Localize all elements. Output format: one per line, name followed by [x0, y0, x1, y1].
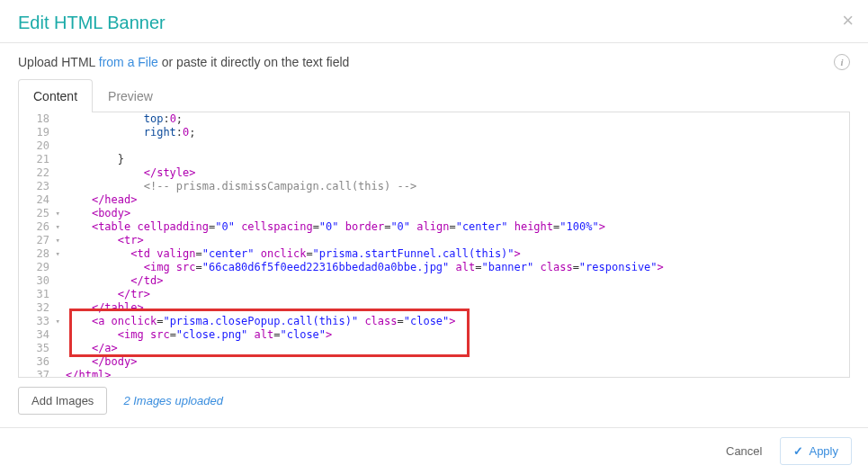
upload-prefix: Upload HTML — [18, 55, 99, 69]
code-content: </a> — [62, 342, 849, 355]
code-line[interactable]: 18 top:0; — [19, 112, 849, 126]
code-line[interactable]: 27 <tr> — [19, 234, 849, 247]
gutter-line-number: 34 — [19, 328, 62, 342]
code-content: </td> — [62, 274, 849, 288]
tabs: Content Preview — [18, 79, 850, 112]
code-content: top:0; — [62, 112, 849, 126]
code-line[interactable]: 29 <img src="66ca80d6f5f0eed22316bbedad0… — [19, 261, 849, 274]
apply-label: Apply — [809, 444, 838, 458]
code-line[interactable]: 34 <img src="close.png" alt="close"> — [19, 328, 849, 342]
code-line[interactable]: 22 </style> — [19, 166, 849, 180]
tab-preview[interactable]: Preview — [93, 79, 168, 112]
code-content: <a onclick="prisma.closePopup.call(this)… — [62, 315, 849, 328]
gutter-line-number: 18 — [19, 112, 62, 126]
code-line[interactable]: 31 </tr> — [19, 288, 849, 301]
code-content: </body> — [62, 355, 849, 369]
add-images-button[interactable]: Add Images — [18, 387, 107, 415]
code-content: right:0; — [62, 126, 849, 139]
images-uploaded-text: 2 Images uploaded — [123, 394, 223, 407]
gutter-line-number: 23 — [19, 180, 62, 193]
gutter-line-number: 24 — [19, 193, 62, 207]
gutter-line-number: 28 — [19, 247, 62, 261]
close-icon[interactable]: × — [842, 11, 854, 31]
modal-header: Edit HTML Banner × — [0, 0, 868, 43]
code-content: </tr> — [62, 288, 849, 301]
cancel-button[interactable]: Cancel — [717, 437, 771, 465]
code-line[interactable]: 32 </table> — [19, 301, 849, 315]
edit-banner-modal: Edit HTML Banner × Upload HTML from a Fi… — [0, 0, 868, 474]
gutter-line-number: 31 — [19, 288, 62, 301]
code-line[interactable]: 28 <td valign="center" onclick="prisma.s… — [19, 247, 849, 261]
modal-title: Edit HTML Banner — [18, 13, 850, 33]
check-icon: ✓ — [793, 444, 803, 458]
code-content: <table cellpadding="0" cellspacing="0" b… — [62, 220, 849, 234]
code-line[interactable]: 24 </head> — [19, 193, 849, 207]
code-line[interactable]: 33 <a onclick="prisma.closePopup.call(th… — [19, 315, 849, 328]
code-content: <td valign="center" onclick="prisma.star… — [62, 247, 849, 261]
gutter-line-number: 25 — [19, 207, 62, 220]
modal-footer: Cancel ✓ Apply — [0, 427, 868, 474]
code-line[interactable]: 26 <table cellpadding="0" cellspacing="0… — [19, 220, 849, 234]
code-content — [62, 139, 849, 153]
gutter-line-number: 30 — [19, 274, 62, 288]
code-content: </html> — [62, 369, 849, 378]
code-line[interactable]: 21 } — [19, 153, 849, 166]
upload-text: Upload HTML from a File or paste it dire… — [18, 55, 349, 69]
gutter-line-number: 27 — [19, 234, 62, 247]
upload-suffix: or paste it directly on the text field — [158, 55, 349, 69]
tab-content[interactable]: Content — [18, 79, 93, 112]
code-content: <img src="66ca80d6f5f0eed22316bbedad0a0b… — [62, 261, 849, 274]
gutter-line-number: 32 — [19, 301, 62, 315]
gutter-line-number: 37 — [19, 369, 62, 378]
bottom-bar: Add Images 2 Images uploaded — [0, 378, 868, 427]
gutter-line-number: 22 — [19, 166, 62, 180]
code-content: } — [62, 153, 849, 166]
code-content: <img src="close.png" alt="close"> — [62, 328, 849, 342]
code-content: </head> — [62, 193, 849, 207]
apply-button[interactable]: ✓ Apply — [780, 437, 852, 465]
upload-from-file-link[interactable]: from a File — [99, 55, 158, 69]
info-icon[interactable]: i — [834, 54, 850, 70]
code-line[interactable]: 37</html> — [19, 369, 849, 378]
upload-row: Upload HTML from a File or paste it dire… — [0, 43, 868, 79]
code-line[interactable]: 36 </body> — [19, 355, 849, 369]
code-line[interactable]: 23 <!-- prisma.dismissCampaign.call(this… — [19, 180, 849, 193]
gutter-line-number: 36 — [19, 355, 62, 369]
gutter-line-number: 33 — [19, 315, 62, 328]
code-editor[interactable]: 18 top:0;19 right:0;2021 }22 </style>23 … — [18, 112, 850, 378]
gutter-line-number: 20 — [19, 139, 62, 153]
code-content: </style> — [62, 166, 849, 180]
code-content: <tr> — [62, 234, 849, 247]
code-content: <body> — [62, 207, 849, 220]
code-line[interactable]: 20 — [19, 139, 849, 153]
code-content: <!-- prisma.dismissCampaign.call(this) -… — [62, 180, 849, 193]
gutter-line-number: 19 — [19, 126, 62, 139]
code-line[interactable]: 19 right:0; — [19, 126, 849, 139]
code-line[interactable]: 30 </td> — [19, 274, 849, 288]
code-line[interactable]: 35 </a> — [19, 342, 849, 355]
gutter-line-number: 26 — [19, 220, 62, 234]
code-line[interactable]: 25 <body> — [19, 207, 849, 220]
gutter-line-number: 29 — [19, 261, 62, 274]
gutter-line-number: 21 — [19, 153, 62, 166]
code-content: </table> — [62, 301, 849, 315]
gutter-line-number: 35 — [19, 342, 62, 355]
